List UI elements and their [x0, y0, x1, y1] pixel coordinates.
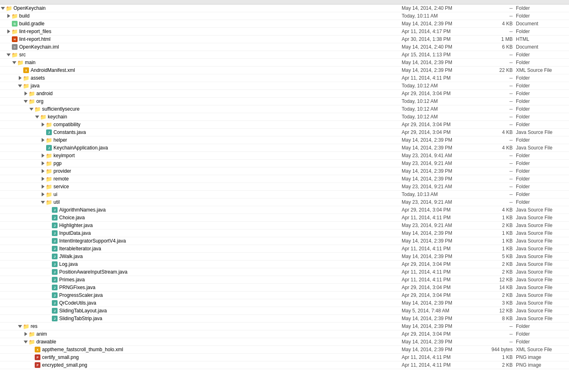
folder-icon: 📁 — [46, 168, 52, 174]
toggle-right-icon[interactable] — [40, 137, 46, 143]
list-item[interactable]: H lint-report.html Apr 30, 2014, 1:38 PM… — [0, 36, 569, 43]
toggle-empty — [46, 238, 51, 244]
list-item[interactable]: J Highlighter.java May 23, 2014, 9:21 AM… — [0, 222, 569, 229]
list-item[interactable]: J IterableIterator.java Apr 11, 2014, 4:… — [0, 245, 569, 253]
toggle-right-icon[interactable] — [40, 168, 46, 174]
list-item[interactable]: X AndroidManifest.xml May 14, 2014, 2:39… — [0, 67, 569, 74]
toggle-right-icon[interactable] — [23, 91, 29, 96]
list-item[interactable]: 📁 util May 23, 2014, 9:21 AM -- Folder — [0, 198, 569, 206]
java-icon: J — [51, 284, 58, 291]
file-size: -- — [483, 122, 516, 127]
toggle-right-icon[interactable] — [40, 176, 46, 182]
list-item[interactable]: J ProgressScaler.java Apr 29, 2014, 3:04… — [0, 292, 569, 299]
list-item[interactable]: 📁 sufficientlysecure Today, 10:12 AM -- … — [0, 105, 569, 113]
list-item[interactable]: J SlidingTabStrip.java May 14, 2014, 2:3… — [0, 315, 569, 323]
list-item[interactable]: J QrCodeUtils.java May 14, 2014, 2:39 PM… — [0, 299, 569, 307]
file-name-col: J QrCodeUtils.java — [0, 300, 402, 306]
list-item[interactable]: J PositionAwareInputStream.java Apr 11, … — [0, 268, 569, 276]
list-item[interactable]: 📁 pgp May 23, 2014, 9:21 AM -- Folder — [0, 160, 569, 167]
list-item[interactable]: 📁 helper May 14, 2014, 2:39 PM -- Folder — [0, 136, 569, 144]
list-item[interactable]: J PRNGFixes.java Apr 29, 2014, 3:04 PM 1… — [0, 284, 569, 292]
list-item[interactable]: J JWalk.java May 14, 2014, 2:39 PM 5 KB … — [0, 253, 569, 261]
list-item[interactable]: 📁 anim Apr 29, 2014, 3:04 PM -- Folder — [0, 330, 569, 338]
file-size: -- — [483, 29, 516, 34]
toggle-down-icon[interactable] — [29, 106, 34, 112]
toggle-right-icon[interactable] — [40, 153, 46, 158]
toggle-right-icon[interactable] — [6, 29, 11, 34]
toggle-down-icon[interactable] — [0, 5, 6, 11]
java-icon: J — [46, 129, 52, 136]
list-item[interactable]: J SlidingTabLayout.java May 5, 2014, 7:4… — [0, 307, 569, 315]
list-item[interactable]: 📁 remote May 14, 2014, 2:39 PM -- Folder — [0, 175, 569, 183]
file-size: 2 KB — [483, 261, 516, 267]
list-item[interactable]: 📁 java Today, 10:12 AM -- Folder — [0, 82, 569, 90]
list-item[interactable]: 📁 compatibility Apr 29, 2014, 3:04 PM --… — [0, 121, 569, 129]
list-item[interactable]: 📁 src Apr 15, 2014, 1:13 PM -- Folder — [0, 51, 569, 59]
file-kind: Folder — [516, 114, 569, 120]
file-name-label: encrypted_small.png — [42, 362, 87, 368]
toggle-down-icon[interactable] — [6, 52, 11, 58]
toggle-right-icon[interactable] — [17, 75, 23, 81]
list-item[interactable]: J Log.java Apr 29, 2014, 3:04 PM 2 KB Ja… — [0, 261, 569, 268]
list-item[interactable]: G build.gradle May 14, 2014, 2:39 PM 4 K… — [0, 20, 569, 28]
list-item[interactable]: P encrypted_small.png Apr 11, 2014, 4:11… — [0, 361, 569, 369]
file-kind: Folder — [516, 5, 569, 11]
toggle-right-icon[interactable] — [40, 160, 46, 166]
col-header-date[interactable] — [402, 1, 483, 3]
list-item[interactable]: 📁 OpenKeychain May 14, 2014, 2:40 PM -- … — [0, 4, 569, 12]
list-item[interactable]: 📁 lint-report_files Apr 11, 2014, 4:17 P… — [0, 28, 569, 36]
list-item[interactable]: 📁 service May 23, 2014, 9:21 AM -- Folde… — [0, 183, 569, 191]
toggle-down-icon[interactable] — [23, 339, 29, 345]
file-date: May 5, 2014, 7:48 AM — [402, 308, 483, 314]
file-kind: Folder — [516, 98, 569, 104]
toggle-right-icon[interactable] — [6, 13, 11, 19]
file-date: Apr 29, 2014, 3:04 PM — [402, 261, 483, 267]
file-name-col: J PositionAwareInputStream.java — [0, 269, 402, 275]
file-name-label: drawable — [36, 339, 56, 345]
list-item[interactable]: 📁 keychain Today, 10:12 AM -- Folder — [0, 113, 569, 121]
col-header-name[interactable] — [0, 1, 402, 3]
list-item[interactable]: 📁 ui Today, 10:13 AM -- Folder — [0, 191, 569, 198]
folder-icon: 📁 — [29, 339, 35, 345]
file-name-col: H lint-report.html — [0, 36, 402, 42]
list-item[interactable]: J AlgorithmNames.java Apr 29, 2014, 3:04… — [0, 206, 569, 214]
list-item[interactable]: D OpenKeychain.iml May 14, 2014, 2:40 PM… — [0, 43, 569, 51]
list-item[interactable]: J Constants.java Apr 29, 2014, 3:04 PM 4… — [0, 129, 569, 136]
list-item[interactable]: J Primes.java Apr 11, 2014, 4:11 PM 12 K… — [0, 276, 569, 284]
list-item[interactable]: 📁 assets Apr 11, 2014, 4:11 PM -- Folder — [0, 74, 569, 82]
list-item[interactable]: 📁 android Apr 29, 2014, 3:04 PM -- Folde… — [0, 90, 569, 98]
toggle-down-icon[interactable] — [17, 83, 23, 89]
file-date: May 14, 2014, 2:39 PM — [402, 230, 483, 236]
toggle-down-icon[interactable] — [11, 60, 17, 65]
list-item[interactable]: 📁 build Today, 10:11 AM -- Folder — [0, 12, 569, 20]
toggle-right-icon[interactable] — [40, 184, 46, 189]
list-item[interactable]: 📁 res May 14, 2014, 2:39 PM -- Folder — [0, 323, 569, 330]
file-name-label: build.gradle — [19, 21, 44, 27]
list-item[interactable]: 📁 keyimport May 23, 2014, 9:41 AM -- Fol… — [0, 152, 569, 160]
file-name-col: J Highlighter.java — [0, 222, 402, 229]
toggle-right-icon[interactable] — [40, 192, 46, 197]
list-item[interactable]: J KeychainApplication.java May 14, 2014,… — [0, 144, 569, 152]
list-item[interactable]: J Choice.java Apr 11, 2014, 4:11 PM 1 KB… — [0, 214, 569, 222]
toggle-right-icon[interactable] — [40, 122, 46, 127]
file-size: -- — [483, 106, 516, 112]
list-item[interactable]: 📁 org Today, 10:12 AM -- Folder — [0, 98, 569, 105]
file-name-col: 📁 compatibility — [0, 121, 402, 128]
file-date: May 23, 2014, 9:21 AM — [402, 199, 483, 205]
file-name-label: Choice.java — [59, 215, 85, 220]
list-item[interactable]: J InputData.java May 14, 2014, 2:39 PM 1… — [0, 229, 569, 237]
toggle-down-icon[interactable] — [40, 199, 46, 205]
col-header-kind[interactable] — [516, 1, 569, 3]
list-item[interactable]: 📁 main May 14, 2014, 2:39 PM -- Folder — [0, 59, 569, 67]
list-item[interactable]: X apptheme_fastscroll_thumb_holo.xml May… — [0, 346, 569, 354]
col-header-size[interactable] — [483, 1, 516, 3]
list-item[interactable]: P certify_small.png Apr 11, 2014, 4:11 P… — [0, 354, 569, 361]
list-item[interactable]: 📁 provider May 14, 2014, 2:39 PM -- Fold… — [0, 167, 569, 175]
file-size: 2 KB — [483, 269, 516, 275]
toggle-down-icon[interactable] — [23, 98, 29, 104]
list-item[interactable]: J IntentIntegratorSupportV4.java May 14,… — [0, 237, 569, 245]
toggle-down-icon[interactable] — [17, 323, 23, 329]
list-item[interactable]: 📁 drawable May 14, 2014, 2:39 PM -- Fold… — [0, 338, 569, 346]
toggle-right-icon[interactable] — [23, 331, 29, 337]
toggle-down-icon[interactable] — [34, 114, 40, 120]
